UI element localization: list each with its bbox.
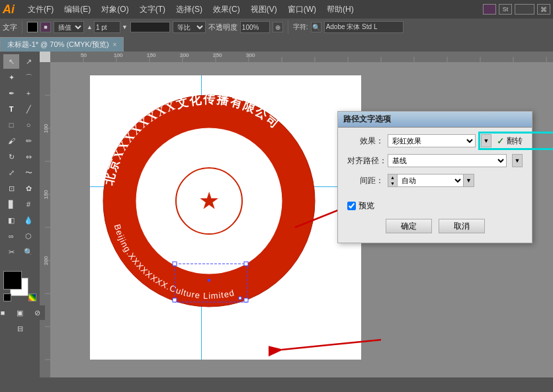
- spacing-label: 间距：: [347, 175, 384, 186]
- no-fill-btn[interactable]: ⊘: [29, 305, 45, 320]
- tools-panel: ↖ ↗ ✦ ⌒ ✒ + T ╱ □ ○ 🖌 ✏ ↻ ⇔ ⤢ 〜 ⊡ ✿ ▊ # …: [0, 52, 40, 389]
- style-btn[interactable]: ⊕: [273, 22, 283, 32]
- menu-bar: Ai 文件(F) 编辑(E) 对象(O) 文字(T) 选择(S) 效果(C) 视…: [0, 0, 553, 19]
- opacity-input[interactable]: [240, 21, 270, 33]
- effect-dropdown-arrow[interactable]: ▼: [481, 134, 491, 147]
- workspace-icon: [483, 4, 496, 15]
- align-dropdown-arrow[interactable]: ▼: [512, 154, 523, 167]
- pencil-tool[interactable]: ✏: [21, 134, 36, 148]
- screen-mode-btn[interactable]: ⊟: [12, 321, 28, 336]
- spacing-dropdown-arrow[interactable]: ▼: [464, 174, 474, 187]
- spacing-up-btn[interactable]: ▲: [388, 175, 397, 180]
- effect-label: 效果：: [347, 136, 384, 147]
- paintbrush-tool[interactable]: 🖌: [3, 134, 19, 148]
- svg-rect-46: [244, 298, 248, 302]
- wifi-icon: ⌘: [537, 4, 550, 15]
- scissors-tool[interactable]: ✂: [3, 245, 19, 259]
- svg-rect-44: [244, 262, 248, 266]
- gradient-tool[interactable]: ◧: [3, 213, 19, 227]
- text-tool[interactable]: T: [3, 102, 19, 116]
- line-style-preview: [130, 22, 170, 32]
- pen-tool[interactable]: ✒: [3, 86, 19, 100]
- rect-tool[interactable]: □: [3, 118, 19, 132]
- arrange-icon: [515, 4, 534, 15]
- shape-selector[interactable]: ■: [40, 22, 51, 32]
- tool-row-4: T ╱: [3, 102, 36, 116]
- interpolation-select[interactable]: 插值: [54, 21, 84, 33]
- eyedropper-tool[interactable]: 💧: [21, 213, 36, 227]
- path-text-options-dialog: 路径文字选项 效果： 彩虹效果 ▼ ✓ 翻转 对齐路径： 基线: [337, 111, 532, 243]
- blend-tool[interactable]: ∞: [3, 229, 19, 243]
- cancel-button[interactable]: 取消: [439, 219, 485, 233]
- menu-effect[interactable]: 效果(C): [208, 3, 245, 17]
- ok-button[interactable]: 确定: [386, 219, 432, 233]
- document-tab[interactable]: 未标题-1* @ 70% (CMYK/预览) ×: [0, 37, 124, 52]
- flip-label[interactable]: 翻转: [507, 136, 523, 147]
- svg-text:300: 300: [246, 52, 255, 58]
- zoom-tool[interactable]: 🔍: [21, 245, 36, 259]
- symbol-tool[interactable]: ✿: [21, 181, 36, 196]
- preview-label[interactable]: 预览: [359, 200, 374, 212]
- ellipse-tool[interactable]: ○: [21, 118, 36, 132]
- menu-file[interactable]: 文件(F): [22, 3, 59, 17]
- preview-checkbox[interactable]: [347, 202, 356, 210]
- stroke-input[interactable]: [94, 21, 120, 33]
- selection-tool[interactable]: ↖: [3, 54, 19, 69]
- stroke-up-arrow[interactable]: ▲: [87, 24, 93, 30]
- tool-row-12: ∞ ⬡: [3, 229, 36, 243]
- status-bar: [0, 377, 553, 392]
- stroke-down-arrow[interactable]: ▼: [122, 24, 128, 30]
- bridge-icon[interactable]: St: [499, 4, 512, 15]
- scale-tool[interactable]: ⤢: [3, 165, 19, 180]
- toolbar-type-label: 文字: [3, 22, 17, 32]
- lasso-tool[interactable]: ⌒: [21, 70, 36, 85]
- foreground-color-swatch[interactable]: [3, 271, 22, 290]
- reflect-tool[interactable]: ⇔: [21, 149, 36, 164]
- tool-row-6: 🖌 ✏: [3, 134, 36, 148]
- color-section: [3, 271, 36, 301]
- warp-tool[interactable]: 〜: [21, 165, 36, 180]
- dialog-body: 效果： 彩虹效果 ▼ ✓ 翻转 对齐路径： 基线 ▼: [338, 128, 532, 200]
- checkmark-icon: ✓: [497, 136, 505, 146]
- fill-btn[interactable]: ■: [0, 305, 11, 320]
- spacing-select[interactable]: 自动: [398, 174, 464, 187]
- tab-filename: 未标题-1* @ 70% (CMYK/预览): [7, 40, 109, 50]
- live-paint-tool[interactable]: ⬡: [21, 229, 36, 243]
- swap-colors-btn[interactable]: [28, 294, 36, 301]
- menu-view[interactable]: 视图(V): [245, 3, 282, 17]
- menu-edit[interactable]: 编辑(E): [59, 3, 96, 17]
- font-name-input[interactable]: [324, 21, 404, 33]
- menu-window[interactable]: 窗口(W): [282, 3, 321, 17]
- rotate-tool[interactable]: ↻: [3, 149, 19, 164]
- magic-wand-tool[interactable]: ✦: [3, 70, 19, 85]
- toolbar-separator-2: [288, 20, 288, 34]
- menu-select[interactable]: 选择(S): [171, 3, 208, 17]
- menu-help[interactable]: 帮助(H): [321, 3, 359, 17]
- align-label: 对齐路径：: [347, 155, 384, 167]
- search-font-icon[interactable]: 🔍: [311, 22, 321, 32]
- spacing-down-btn[interactable]: ▼: [388, 180, 397, 186]
- add-anchor-tool[interactable]: +: [21, 86, 36, 100]
- svg-text:150: 150: [43, 190, 49, 199]
- line-type-select[interactable]: 等比: [173, 21, 206, 33]
- toolbar-separator-1: [22, 20, 22, 34]
- svg-text:150: 150: [147, 52, 156, 58]
- default-colors-btn[interactable]: [3, 294, 11, 301]
- ruler-top: 50 100 150 200 250 300: [50, 52, 553, 62]
- dialog-title-text: 路径文字选项: [343, 114, 391, 125]
- menu-object[interactable]: 对象(O): [96, 3, 134, 17]
- direct-selection-tool[interactable]: ↗: [21, 54, 36, 69]
- tab-close-btn[interactable]: ×: [113, 41, 117, 48]
- ruler-left: 100 150 200: [40, 62, 50, 386]
- line-tool[interactable]: ╱: [21, 102, 36, 116]
- free-transform-tool[interactable]: ⊡: [3, 181, 19, 196]
- color-swatch[interactable]: [27, 22, 38, 32]
- gradient-fill-btn[interactable]: ▣: [12, 305, 28, 320]
- menu-text[interactable]: 文字(T): [134, 3, 171, 17]
- column-graph-tool[interactable]: ▊: [3, 197, 19, 212]
- tool-row-9: ⊡ ✿: [3, 181, 36, 196]
- align-select[interactable]: 基线: [388, 154, 507, 167]
- svg-text:200: 200: [180, 52, 189, 58]
- mesh-tool[interactable]: #: [21, 197, 36, 212]
- effect-select[interactable]: 彩虹效果: [388, 134, 476, 147]
